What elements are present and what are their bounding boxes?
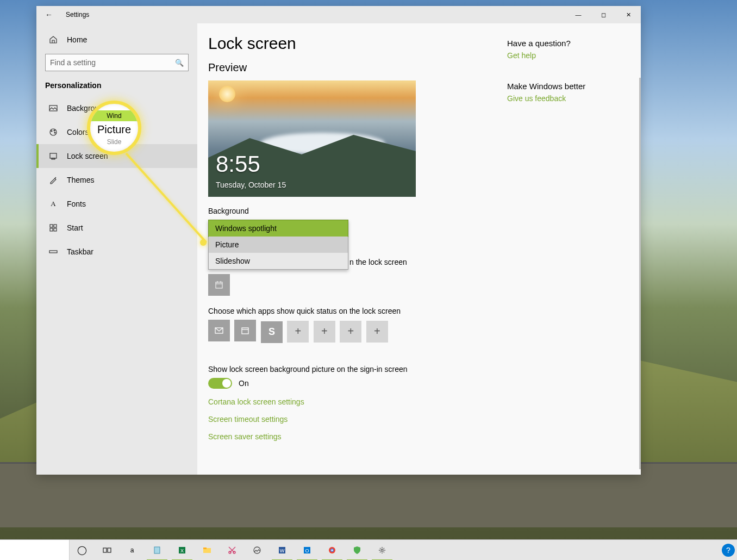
svg-point-36 — [381, 549, 383, 551]
taskbar-app-outlook[interactable]: O — [295, 540, 320, 561]
background-label: Background — [208, 207, 502, 215]
quick-status-label: Choose which apps show quick status on t… — [208, 307, 502, 315]
sidebar-item-taskbar[interactable]: Taskbar — [36, 240, 197, 264]
taskbar-app-snip[interactable] — [220, 540, 245, 561]
sidebar: Home Find a setting 🔍 Personalization Ba… — [36, 23, 197, 475]
svg-rect-17 — [242, 328, 248, 334]
taskbar-help-icon[interactable]: ? — [722, 544, 735, 557]
preview-date: Tuesday, October 15 — [216, 181, 286, 189]
svg-point-35 — [332, 549, 333, 551]
home-icon — [48, 35, 58, 45]
svg-rect-9 — [50, 228, 53, 231]
svg-rect-10 — [54, 228, 57, 231]
taskbar-app-excel[interactable]: X — [170, 540, 195, 561]
taskbar-app-amazon[interactable]: a — [120, 540, 145, 561]
svg-text:X: X — [180, 548, 184, 553]
sidebar-item-start[interactable]: Start — [36, 216, 197, 240]
sidebar-category: Personalization — [36, 77, 197, 96]
minimize-button[interactable]: ― — [566, 6, 591, 23]
sidebar-home-label: Home — [67, 35, 87, 44]
close-button[interactable]: ✕ — [616, 6, 641, 23]
feedback-heading: Make Windows better — [507, 82, 641, 91]
search-placeholder: Find a setting — [50, 58, 96, 67]
search-input[interactable]: Find a setting 🔍 — [45, 54, 189, 71]
link-give-feedback[interactable]: Give us feedback — [507, 94, 641, 103]
link-screen-timeout[interactable]: Screen timeout settings — [208, 415, 502, 424]
callout-text-bot: Slide — [107, 138, 122, 146]
window-title: Settings — [61, 11, 89, 18]
taskbar-app-explorer[interactable] — [195, 540, 220, 561]
taskbar-app-word[interactable]: W — [270, 540, 295, 561]
taskbar-app-chrome[interactable] — [320, 540, 345, 561]
svg-rect-12 — [216, 282, 222, 288]
themes-icon — [48, 175, 58, 185]
svg-rect-19 — [103, 548, 107, 552]
titlebar: ← Settings ― ◻ ✕ — [36, 6, 641, 23]
callout-magnifier: Wind Picture Slide — [87, 101, 141, 155]
callout-text-top: Wind — [90, 110, 138, 121]
detailed-status-label-fragment: n the lock screen — [349, 258, 407, 266]
svg-point-2 — [51, 130, 52, 132]
quick-app-add-1[interactable]: + — [287, 321, 309, 343]
dropdown-option-slideshow[interactable]: Slideshow — [209, 253, 348, 269]
taskbar-icon — [48, 247, 58, 257]
link-cortana-settings[interactable]: Cortana lock screen settings — [208, 397, 502, 406]
taskbar-app-security[interactable] — [345, 540, 370, 561]
svg-rect-7 — [50, 225, 53, 227]
quick-app-add-2[interactable]: + — [314, 321, 335, 343]
link-screen-saver[interactable]: Screen saver settings — [208, 432, 502, 441]
help-heading: Have a question? — [507, 39, 641, 48]
svg-point-4 — [54, 132, 55, 133]
toggle-state: On — [239, 379, 249, 388]
taskbar-cortana[interactable]: ◯ — [70, 540, 95, 561]
taskbar-taskview[interactable] — [95, 540, 120, 561]
quick-app-add-4[interactable]: + — [366, 321, 388, 343]
dropdown-option-spotlight[interactable]: Windows spotlight — [208, 220, 348, 237]
svg-text:W: W — [280, 548, 285, 553]
fonts-icon: A — [48, 199, 58, 209]
taskbar-app-notepad[interactable] — [145, 540, 170, 561]
settings-window: ← Settings ― ◻ ✕ Home Find a setting 🔍 P… — [36, 6, 641, 475]
preview-sun — [219, 86, 235, 102]
sidebar-item-label: Themes — [67, 176, 95, 184]
sidebar-item-label: Colors — [67, 128, 89, 136]
taskbar-search[interactable] — [0, 540, 70, 561]
svg-rect-6 — [52, 158, 55, 159]
sidebar-item-themes[interactable]: Themes — [36, 168, 197, 192]
annotation-callout: Wind Picture Slide — [87, 101, 147, 160]
lock-screen-preview: 8:55 Tuesday, October 15 — [208, 80, 416, 197]
svg-rect-25 — [203, 547, 207, 549]
svg-rect-8 — [54, 225, 57, 227]
quick-app-calendar[interactable] — [234, 320, 256, 341]
back-button[interactable]: ← — [36, 10, 61, 19]
sidebar-home[interactable]: Home — [36, 28, 197, 52]
taskbar-app-settings[interactable] — [370, 540, 395, 561]
dropdown-option-picture[interactable]: Picture — [209, 237, 348, 253]
svg-rect-21 — [154, 547, 160, 553]
taskbar-app-photos[interactable] — [245, 540, 270, 561]
svg-rect-11 — [49, 251, 57, 253]
main-content: Lock screen Preview 8:55 Tuesday, Octobe… — [197, 23, 641, 475]
signin-picture-toggle[interactable] — [208, 378, 232, 389]
taskbar: ◯ a X W O ? — [0, 539, 737, 560]
quick-app-mail[interactable] — [208, 320, 230, 341]
lock-screen-icon — [48, 151, 58, 161]
start-icon — [48, 223, 58, 233]
link-get-help[interactable]: Get help — [507, 51, 641, 60]
detailed-status-app-calendar[interactable] — [208, 274, 230, 296]
quick-app-skype[interactable]: S — [261, 321, 283, 343]
palette-icon — [48, 127, 58, 137]
background-dropdown[interactable]: Windows spotlight Picture Slideshow — [208, 220, 348, 270]
signin-picture-label: Show lock screen background picture on t… — [208, 365, 502, 374]
scrollbar[interactable] — [639, 78, 641, 469]
callout-endpoint — [200, 239, 207, 246]
sidebar-item-label: Fonts — [67, 200, 86, 208]
sidebar-item-label: Taskbar — [67, 247, 93, 256]
sidebar-item-label: Start — [67, 223, 83, 232]
preview-time: 8:55 — [216, 151, 260, 177]
quick-app-add-3[interactable]: + — [340, 321, 361, 343]
picture-icon — [48, 103, 58, 113]
callout-text-mid: Picture — [97, 121, 131, 138]
svg-rect-0 — [49, 105, 57, 111]
maximize-button[interactable]: ◻ — [591, 6, 616, 23]
